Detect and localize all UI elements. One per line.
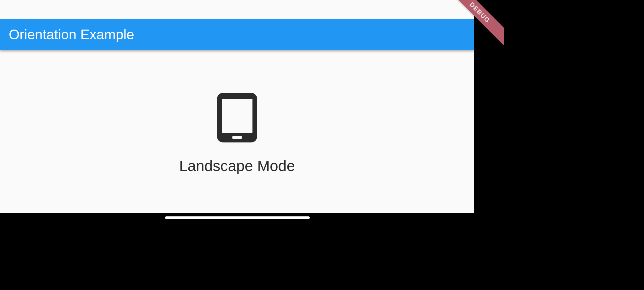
app-bar-title: Orientation Example: [9, 27, 134, 42]
tablet-icon: [209, 89, 265, 146]
gesture-home-indicator[interactable]: [165, 216, 310, 219]
orientation-label: Landscape Mode: [179, 157, 295, 175]
app-bar: Orientation Example: [0, 19, 474, 50]
svg-rect-13: [232, 136, 242, 139]
scaffold-body: Landscape Mode: [0, 50, 474, 213]
svg-rect-12: [222, 99, 253, 133]
